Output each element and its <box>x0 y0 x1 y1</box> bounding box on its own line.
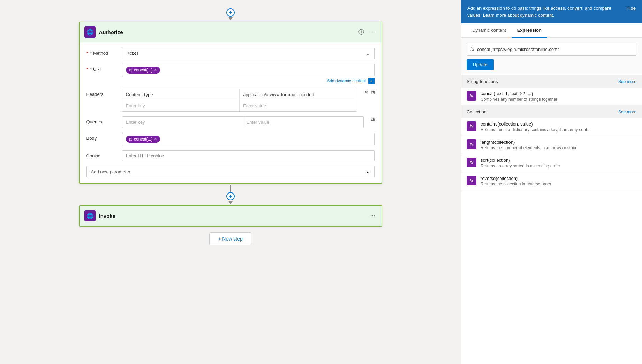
string-see-more-link[interactable]: See more <box>618 79 636 84</box>
middle-connector: + <box>226 185 235 204</box>
right-panel-info-bar: Add an expression to do basic things lik… <box>461 0 642 23</box>
new-step-button[interactable]: + New step <box>209 232 251 245</box>
invoke-more-button[interactable]: ··· <box>369 212 376 220</box>
uri-label: * * URI <box>86 64 118 72</box>
headers-copy-icon[interactable]: ⧉ <box>371 89 375 96</box>
headers-key-placeholder[interactable]: Enter key <box>122 100 240 111</box>
func-item-length[interactable]: fx length(collection) Returns the number… <box>461 136 642 154</box>
tab-dynamic-content[interactable]: Dynamic content <box>467 23 512 38</box>
authorize-card-body: * * Method POST ⌄ * * URI <box>80 42 382 183</box>
queries-label-text: Queries <box>86 119 103 124</box>
uri-field[interactable]: fx concat(...) × <box>122 64 375 76</box>
right-panel-info-text: Add an expression to do basic things lik… <box>467 5 622 18</box>
invoke-card: 🌐 Invoke ··· <box>79 205 382 227</box>
func-name-sort: sort(collection) <box>481 158 636 163</box>
cookie-label-text: Cookie <box>86 153 100 158</box>
headers-row: Headers Content-Type application/x-www-f… <box>86 89 375 112</box>
method-control: POST ⌄ <box>122 48 375 59</box>
headers-row-2: Enter key Enter value <box>122 100 357 111</box>
body-control: fx concat(...) × <box>122 133 375 145</box>
func-icon-sort: fx <box>467 158 476 167</box>
method-value: POST <box>127 51 139 56</box>
uri-token-close[interactable]: × <box>154 68 157 73</box>
body-token-close[interactable]: × <box>154 137 157 142</box>
cookie-label: Cookie <box>86 150 118 158</box>
func-icon-reverse: fx <box>467 176 476 185</box>
uri-label-text: * URI <box>90 67 101 72</box>
queries-control: Enter key Enter value <box>122 116 364 128</box>
authorize-card-actions: ⓘ ··· <box>357 28 376 37</box>
queries-label: Queries <box>86 116 118 124</box>
body-fx-icon: fx <box>129 137 133 141</box>
flow-canvas: + 🌐 Authorize ⓘ ··· * * Method <box>0 0 461 364</box>
headers-value-placeholder[interactable]: Enter value <box>240 100 357 111</box>
authorize-more-button[interactable]: ··· <box>369 28 376 36</box>
tab-expression[interactable]: Expression <box>512 23 547 38</box>
add-step-circle-top[interactable]: + <box>226 8 235 17</box>
func-desc-length: Returns the number of elements in an arr… <box>481 145 636 150</box>
queries-key-placeholder[interactable]: Enter key <box>122 117 243 128</box>
cookie-input[interactable] <box>122 150 375 161</box>
string-functions-header: String functions See more <box>461 75 642 88</box>
expression-value: concat('https://login.microsoftonline.co… <box>477 47 633 52</box>
add-dynamic-label: Add dynamic content <box>327 78 366 83</box>
globe-icon: 🌐 <box>86 29 93 36</box>
func-icon-length: fx <box>467 139 476 149</box>
authorize-card-header: 🌐 Authorize ⓘ ··· <box>80 22 382 42</box>
body-token-label: concat(...) <box>134 137 152 142</box>
uri-fx-icon: fx <box>129 68 133 72</box>
collection-functions-header: Collection See more <box>461 106 642 118</box>
func-icon-contains: fx <box>467 121 476 131</box>
method-select[interactable]: POST ⌄ <box>122 48 375 59</box>
authorize-card-icon: 🌐 <box>84 26 96 38</box>
right-panel: Add an expression to do basic things lik… <box>461 0 642 364</box>
func-icon-concat: fx <box>467 91 476 101</box>
func-info-sort: sort(collection) Returns an array sorted… <box>481 158 636 168</box>
info-text-link[interactable]: Learn more about dynamic content. <box>483 13 554 18</box>
add-dynamic-link[interactable]: Add dynamic content + <box>122 78 375 84</box>
func-item-contains[interactable]: fx contains(collection, value) Returns t… <box>461 118 642 136</box>
uri-token-label: concat(...) <box>134 68 152 73</box>
func-desc-contains: Returns true if a dictionary contains a … <box>481 127 636 132</box>
authorize-card: 🌐 Authorize ⓘ ··· * * Method POST ⌄ <box>79 22 382 184</box>
headers-label: Headers <box>86 89 118 97</box>
body-field[interactable]: fx concat(...) × <box>122 133 375 145</box>
func-item-concat[interactable]: fx concat(text_1, text_2?, ...) Combines… <box>461 88 642 106</box>
headers-delete-icon[interactable]: ✕ <box>364 89 369 96</box>
headers-value-1: application/x-www-form-urlencoded <box>240 89 357 100</box>
connector-line-mid-top <box>230 185 231 192</box>
headers-row-1: Content-Type application/x-www-form-urle… <box>122 89 357 100</box>
uri-control: fx concat(...) × Add dynamic content + <box>122 64 375 84</box>
queries-row: Queries Enter key Enter value ⧉ <box>86 116 375 128</box>
uri-token: fx concat(...) × <box>126 67 160 74</box>
authorize-info-button[interactable]: ⓘ <box>357 28 365 37</box>
invoke-card-actions: ··· <box>369 212 376 220</box>
add-param-chevron-icon: ⌄ <box>366 169 370 174</box>
invoke-globe-icon: 🌐 <box>86 213 93 219</box>
uri-required-star: * <box>86 67 88 72</box>
method-row: * * Method POST ⌄ <box>86 48 375 59</box>
expression-input[interactable]: fx concat('https://login.microsoftonline… <box>467 43 636 56</box>
func-name-concat: concat(text_1, text_2?, ...) <box>481 91 636 96</box>
func-item-sort[interactable]: fx sort(collection) Returns an array sor… <box>461 154 642 172</box>
add-step-circle-mid[interactable]: + <box>226 192 235 200</box>
update-button[interactable]: Update <box>467 59 494 70</box>
add-dynamic-button[interactable]: + <box>368 78 375 84</box>
func-desc-reverse: Returns the collection in reverse order <box>481 182 636 187</box>
collection-see-more-link[interactable]: See more <box>618 109 636 114</box>
invoke-card-header: 🌐 Invoke ··· <box>80 206 382 226</box>
authorize-card-title: Authorize <box>99 29 354 35</box>
queries-value-placeholder[interactable]: Enter value <box>243 117 363 128</box>
headers-table: Content-Type application/x-www-form-urle… <box>122 89 357 112</box>
body-row: Body fx concat(...) × <box>86 133 375 145</box>
func-name-contains: contains(collection, value) <box>481 121 636 127</box>
func-item-reverse[interactable]: fx reverse(collection) Returns the colle… <box>461 172 642 190</box>
functions-list: String functions See more fx concat(text… <box>461 75 642 364</box>
method-required-star: * <box>86 51 88 56</box>
hide-panel-button[interactable]: Hide <box>626 5 636 11</box>
collection-functions-label: Collection <box>467 109 486 114</box>
expression-fx-badge: fx <box>470 46 474 52</box>
add-param-row[interactable]: Add new parameter ⌄ <box>86 166 375 177</box>
queries-copy-icon[interactable]: ⧉ <box>371 116 375 123</box>
method-label-text: * Method <box>90 51 108 56</box>
